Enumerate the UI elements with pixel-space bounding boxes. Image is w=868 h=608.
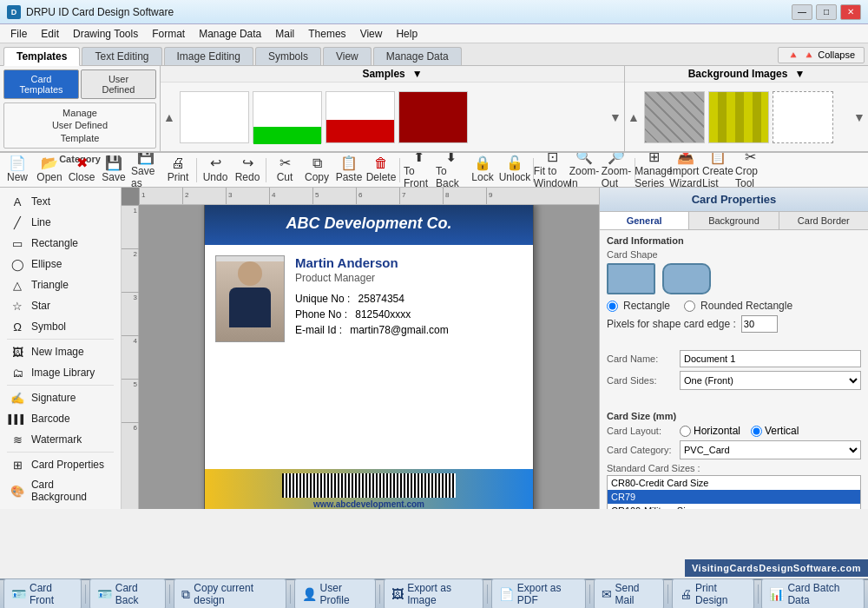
menu-format[interactable]: Format: [145, 26, 192, 42]
send-mail-button[interactable]: ✉ Send Mail: [594, 578, 665, 608]
export-pdf-button[interactable]: 📄 Export as PDF: [491, 578, 586, 608]
new-button[interactable]: 📄New: [2, 155, 33, 185]
card-back-button[interactable]: 🪪 Card Back: [89, 578, 167, 608]
std-sizes-list[interactable]: CR80-Credit Card Size CR79 CR100-Militar…: [607, 475, 861, 509]
menu-mail[interactable]: Mail: [268, 26, 301, 42]
tab-manage-data[interactable]: Manage Data: [373, 47, 462, 65]
to-back-button[interactable]: ⬇To Back: [435, 155, 466, 185]
size-cr80[interactable]: CR80-Credit Card Size: [608, 476, 860, 490]
redo-button[interactable]: ↪Redo: [232, 155, 263, 185]
tab-templates[interactable]: Templates: [3, 47, 80, 66]
rounded-rectangle-shape[interactable]: [662, 263, 711, 294]
copy-button[interactable]: ⧉Copy: [301, 155, 332, 185]
tool-card-background[interactable]: 🎨 Card Background: [0, 475, 121, 506]
undo-button[interactable]: ↩Undo: [200, 155, 231, 185]
bg-thumb-2[interactable]: [708, 91, 769, 143]
rectangle-radio[interactable]: [607, 301, 618, 312]
tab-image-editing[interactable]: Image Editing: [164, 47, 253, 65]
tool-line[interactable]: ╱ Line: [0, 212, 121, 233]
to-front-button[interactable]: ⬆To Front: [403, 155, 434, 185]
samples-dropdown-icon[interactable]: ▼: [412, 68, 423, 80]
tool-new-image[interactable]: 🖼 New Image: [0, 341, 121, 362]
tool-watermark[interactable]: ≋ Watermark: [0, 429, 121, 450]
card-front-button[interactable]: 🪪 Card Front: [3, 578, 82, 608]
phone-label: Phone No :: [295, 308, 347, 321]
rounded-rectangle-radio[interactable]: [684, 301, 695, 312]
sample-2[interactable]: [253, 91, 322, 143]
card-name-input[interactable]: [680, 350, 861, 367]
maximize-button[interactable]: □: [816, 4, 837, 20]
samples-scroll-up[interactable]: ▲: [162, 110, 176, 124]
menu-help[interactable]: Help: [389, 26, 424, 42]
menu-manage-data[interactable]: Manage Data: [192, 26, 268, 42]
sample-4[interactable]: [398, 91, 468, 143]
minimize-button[interactable]: —: [792, 4, 812, 20]
card-canvas[interactable]: ABC Development Co. Martin Anderson Pr: [139, 205, 599, 509]
menu-file[interactable]: File: [3, 26, 34, 42]
card-batch-data-button[interactable]: 📊 Card Batch Data: [761, 578, 865, 608]
unlock-button[interactable]: 🔓Unlock: [499, 155, 530, 185]
zoom-out-button[interactable]: 🔎Zoom-Out: [601, 155, 632, 185]
tab-view[interactable]: View: [323, 47, 372, 65]
manage-user-defined-button[interactable]: ManageUser DefinedTemplate: [3, 102, 156, 149]
menu-edit[interactable]: Edit: [34, 26, 66, 42]
sample-1[interactable]: [180, 91, 249, 143]
tool-star[interactable]: ☆ Star: [0, 295, 121, 316]
close-file-button[interactable]: ✖Close: [66, 155, 97, 185]
crop-tool-button[interactable]: ✂Crop Tool: [734, 155, 766, 185]
bg-thumb-3[interactable]: [773, 91, 833, 143]
create-list-button[interactable]: 📋Create List: [702, 155, 733, 185]
horizontal-radio[interactable]: [680, 426, 691, 437]
samples-scroll-down[interactable]: ▼: [608, 110, 622, 124]
card-category-select[interactable]: PVC_Card CR80: [680, 440, 861, 459]
menu-view[interactable]: View: [353, 26, 390, 42]
import-wizard-button[interactable]: 📥Import Wizard: [670, 155, 701, 185]
tool-image-library[interactable]: 🗂 Image Library: [0, 362, 121, 383]
menu-drawing-tools[interactable]: Drawing Tools: [66, 26, 145, 42]
vertical-radio[interactable]: [751, 426, 762, 437]
tab-symbols[interactable]: Symbols: [255, 47, 321, 65]
print-button[interactable]: 🖨Print: [162, 155, 194, 185]
fit-to-window-button[interactable]: ⊡Fit to Window: [536, 155, 568, 185]
user-profile-button[interactable]: 👤 User Profile: [294, 578, 377, 608]
bg-thumb-1[interactable]: [644, 91, 705, 143]
prop-tab-card-border[interactable]: Card Border: [779, 212, 868, 229]
manage-series-button[interactable]: ⊞Manage Series: [638, 155, 669, 185]
collapse-button[interactable]: 🔺 🔺 Collapse: [778, 47, 865, 63]
tool-ellipse[interactable]: ◯ Ellipse: [0, 254, 121, 274]
tool-symbol[interactable]: Ω Symbol: [0, 316, 121, 337]
export-image-button[interactable]: 🖼 Export as Image: [384, 578, 483, 608]
tool-signature[interactable]: ✍ Signature: [0, 387, 121, 408]
delete-button[interactable]: 🗑Delete: [365, 155, 397, 185]
tool-rectangle[interactable]: ▭ Rectangle: [0, 233, 121, 254]
lock-button[interactable]: 🔒Lock: [467, 155, 498, 185]
prop-tab-general[interactable]: General: [600, 212, 689, 229]
zoom-in-button[interactable]: 🔍Zoom-In: [569, 155, 600, 185]
size-cr79[interactable]: CR79: [608, 490, 860, 504]
card-sides-select[interactable]: One (Front) Two (Front & Back): [680, 371, 861, 390]
tool-card-properties[interactable]: ⊞ Card Properties: [0, 454, 121, 475]
close-button[interactable]: ✕: [840, 4, 861, 20]
tool-text[interactable]: A Text: [0, 191, 121, 212]
sample-3[interactable]: [326, 91, 395, 143]
menu-themes[interactable]: Themes: [301, 26, 352, 42]
cut-button[interactable]: ✂Cut: [269, 155, 300, 185]
copy-design-button[interactable]: ⧉ Copy current design: [174, 578, 286, 608]
tool-triangle[interactable]: △ Triangle: [0, 274, 121, 295]
prop-tab-background[interactable]: Background: [689, 212, 779, 229]
open-button[interactable]: 📂Open: [34, 155, 65, 185]
size-cr100[interactable]: CR100-Military Size: [608, 504, 860, 509]
user-defined-button[interactable]: UserDefined: [81, 69, 156, 99]
pixels-input[interactable]: [741, 315, 778, 333]
bgimages-scroll-up[interactable]: ▲: [627, 110, 641, 124]
print-design-button[interactable]: 🖨 Print Design: [672, 578, 753, 608]
paste-button[interactable]: 📋Paste: [333, 155, 365, 185]
save-button[interactable]: 💾Save: [98, 155, 129, 185]
tool-barcode[interactable]: ▌▌▌ Barcode: [0, 408, 121, 429]
save-as-button[interactable]: 💾Save as: [130, 155, 161, 185]
bgimages-scroll-down[interactable]: ▼: [852, 110, 866, 124]
bgimages-dropdown-icon[interactable]: ▼: [794, 68, 805, 80]
tab-text-editing[interactable]: Text Editing: [82, 47, 161, 65]
rectangle-shape[interactable]: [607, 263, 655, 294]
card-templates-button[interactable]: CardTemplates: [3, 69, 79, 99]
